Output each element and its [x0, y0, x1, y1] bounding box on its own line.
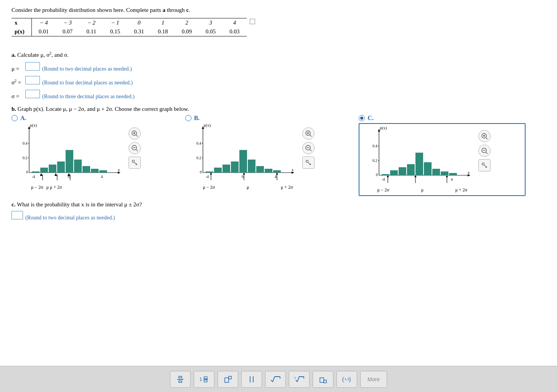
svg-text:0.2: 0.2: [372, 158, 377, 163]
graph-c-expand[interactable]: [478, 159, 491, 171]
svg-rect-94: [441, 171, 448, 175]
graph-c-annotations: μ − 2σ μ μ + 2σ: [362, 187, 477, 193]
svg-rect-33: [132, 160, 134, 162]
svg-text:0.2: 0.2: [196, 156, 201, 160]
svg-rect-92: [424, 162, 432, 175]
svg-rect-118: [204, 377, 207, 379]
graph-a-with-controls: p(x) x 0.2 0.4 0 -: [12, 124, 178, 190]
svg-rect-90: [407, 164, 415, 175]
svg-marker-102: [446, 175, 448, 177]
graph-c-label: C.: [367, 115, 374, 122]
svg-rect-128: [324, 380, 326, 383]
more-button[interactable]: More: [360, 371, 387, 388]
graph-a-zoom-in[interactable]: [129, 127, 141, 140]
radio-a[interactable]: [12, 115, 18, 121]
svg-marker-100: [414, 175, 417, 177]
svg-line-109: [486, 152, 488, 154]
table-expand-icon[interactable]: [250, 19, 255, 24]
exponent-icon: [223, 375, 232, 384]
sigma-symbol: σ =: [12, 93, 23, 100]
svg-text:0: 0: [26, 170, 28, 174]
graph-a-expand[interactable]: [129, 156, 141, 169]
svg-rect-20: [91, 169, 99, 173]
sigma-row: σ = (Round to three decimal places as ne…: [12, 90, 526, 100]
section-a: a. Calculate μ, σ2, and σ. μ = (Round to…: [12, 51, 526, 100]
svg-rect-55: [256, 166, 264, 173]
svg-text:): ): [349, 376, 351, 383]
graph-b-label: B.: [194, 115, 200, 122]
svg-line-32: [136, 150, 138, 151]
graph-b-area: p(x) x 0.2 0.4 0 -4 4: [186, 124, 301, 190]
sigma2-row: σ2 = (Round to four decimal places as ne…: [12, 76, 526, 86]
svg-rect-95: [449, 173, 457, 175]
svg-rect-51: [222, 165, 230, 173]
nth-root-button[interactable]: n: [289, 371, 310, 388]
graph-b-annotations: μ − 2σ μ μ + 2σ: [186, 184, 301, 190]
svg-rect-113: [177, 379, 183, 380]
sigma-input[interactable]: [25, 90, 40, 98]
svg-marker-64: [276, 173, 278, 175]
absolute-value-button[interactable]: [241, 371, 262, 388]
svg-text:p(x): p(x): [380, 126, 387, 130]
graph-c-zoom-out[interactable]: [478, 145, 491, 157]
graph-c-zoom-in[interactable]: [478, 130, 491, 142]
graph-c-ann-1: μ − 2σ: [377, 187, 389, 193]
svg-line-29: [136, 135, 138, 137]
graph-a-header: A.: [12, 115, 26, 122]
svg-rect-120: [225, 378, 229, 382]
paren-notation-button[interactable]: ( 1,1 ): [336, 371, 357, 388]
radio-c[interactable]: [359, 115, 365, 121]
svg-rect-19: [82, 166, 90, 173]
svg-rect-54: [248, 160, 255, 173]
paren-notation-icon: ( 1,1 ): [341, 375, 352, 384]
graph-b-zoom-in[interactable]: [302, 127, 315, 140]
svg-text:4: 4: [451, 177, 453, 181]
graph-c-container: p(x) x 0.2 0.4 -4 4: [359, 123, 526, 196]
graph-a-zoom-out[interactable]: [129, 142, 141, 154]
svg-text:0: 0: [200, 170, 202, 174]
svg-rect-110: [482, 163, 484, 165]
bottom-toolbar: 1 n: [0, 366, 557, 392]
sigma2-input[interactable]: [25, 76, 40, 84]
svg-rect-115: [179, 381, 182, 382]
sigma-hint: (Round to three decimal places as needed…: [42, 94, 135, 100]
graph-a-svg: p(x) x 0.2 0.4 0 -: [12, 124, 127, 183]
svg-text:x: x: [118, 167, 120, 172]
svg-text:4: 4: [101, 175, 103, 179]
svg-rect-89: [399, 167, 406, 175]
fraction-button[interactable]: [170, 371, 191, 388]
intro-text: Consider the probability distribution sh…: [12, 7, 526, 13]
svg-rect-88: [390, 170, 398, 175]
svg-rect-14: [40, 168, 48, 173]
mu-input[interactable]: [25, 62, 40, 71]
svg-text:-4: -4: [32, 175, 35, 179]
svg-rect-21: [99, 170, 107, 173]
sqrt-button[interactable]: [265, 371, 286, 388]
svg-text:-4: -4: [206, 175, 209, 179]
svg-text:p(x): p(x): [204, 124, 211, 128]
radio-b[interactable]: [185, 115, 191, 121]
exponent-button[interactable]: [218, 371, 238, 388]
svg-text:0: 0: [242, 175, 244, 179]
svg-text:(: (: [342, 376, 344, 383]
svg-line-71: [310, 150, 311, 151]
more-label: More: [367, 376, 380, 382]
graph-b-expand[interactable]: [302, 156, 315, 169]
part-a-label: a. Calculate μ, σ2, and σ.: [12, 52, 69, 58]
absolute-value-icon: [247, 375, 256, 384]
svg-rect-117: [203, 379, 208, 380]
sqrt-icon: [270, 375, 281, 384]
part-c-input[interactable]: [12, 211, 23, 219]
subscript-button[interactable]: [313, 371, 333, 388]
svg-rect-13: [32, 171, 40, 173]
svg-text:0.4: 0.4: [372, 144, 377, 148]
fraction-icon: [176, 375, 185, 384]
mixed-number-button[interactable]: 1: [194, 371, 214, 388]
graph-c-header: C.: [359, 115, 374, 122]
svg-rect-52: [231, 161, 239, 173]
sigma2-symbol: σ2 =: [12, 79, 23, 86]
graph-b-zoom-out[interactable]: [302, 142, 315, 154]
graph-b-zoom-controls: [302, 127, 315, 169]
probability-table: x − 4 − 3 − 2 − 1 0 1 2 3 4 p(x) 0.01 0.…: [12, 18, 247, 36]
subscript-icon: [318, 375, 328, 384]
